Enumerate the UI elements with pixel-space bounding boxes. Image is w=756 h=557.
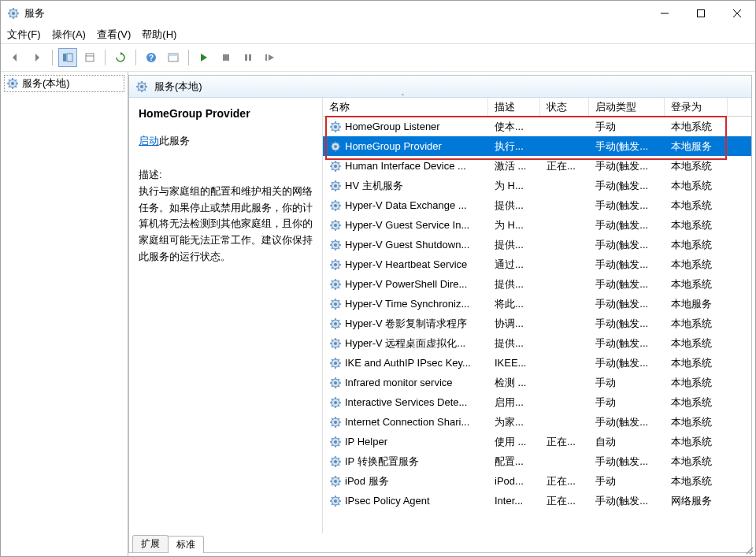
cell-status: 正在... [540, 159, 589, 173]
cell-name: Hyper-V Time Synchroniz... [323, 298, 488, 310]
service-icon [329, 396, 342, 409]
service-rows[interactable]: HomeGroup Listener使本...手动本地系统HomeGroup P… [323, 117, 751, 533]
cell-name: IKE and AuthIP IPsec Key... [323, 357, 488, 369]
cell-desc: 激活 ... [488, 159, 540, 173]
service-row[interactable]: Interactive Services Dete...启用...手动本地系统 [323, 392, 751, 412]
cell-name: Infrared monitor service [323, 377, 488, 389]
service-row[interactable]: Infrared monitor service检测 ...手动本地系统 [323, 373, 751, 392]
minimize-button[interactable] [647, 1, 683, 26]
description-text: 执行与家庭组的配置和维护相关的网络任务。如果停止或禁用此服务，你的计算机将无法检… [139, 184, 313, 266]
cell-name: iPod 服务 [323, 474, 488, 488]
service-icon [329, 357, 342, 369]
col-name[interactable]: 名称 [323, 98, 488, 116]
cell-startup: 手动(触发... [589, 356, 665, 370]
service-row[interactable]: HomeGroup Listener使本...手动本地系统 [323, 117, 751, 136]
cell-name: Hyper-V 卷影复制请求程序 [323, 317, 488, 331]
svg-text:?: ? [149, 54, 154, 62]
svg-rect-12 [249, 54, 251, 61]
cell-name: Internet Connection Shari... [323, 416, 488, 429]
maximize-button[interactable] [683, 1, 719, 26]
cell-name: IPsec Policy Agent [323, 495, 488, 507]
cell-desc: 为家... [488, 415, 540, 429]
service-icon [329, 121, 342, 133]
cell-name: Hyper-V Guest Service In... [323, 219, 488, 232]
cell-startup: 手动 [589, 376, 665, 390]
cell-status: 正在... [540, 435, 589, 449]
help-button[interactable]: ? [142, 48, 161, 67]
service-row[interactable]: HomeGroup Provider执行...手动(触发...本地服务 [323, 136, 751, 156]
tab-extended[interactable]: 扩展 [132, 535, 169, 552]
service-icon [329, 140, 342, 153]
cell-logon: 本地系统 [665, 395, 728, 410]
back-button[interactable] [6, 48, 24, 67]
nav-root-label: 服务(本地) [22, 76, 70, 91]
toolbar: ? [1, 43, 755, 72]
cell-name: Hyper-V Heartbeat Service [323, 258, 488, 271]
col-logon[interactable]: 登录为 [665, 98, 728, 116]
col-status[interactable]: 状态 [540, 98, 589, 116]
service-icon [329, 455, 342, 468]
resize-grip-icon[interactable] [742, 543, 754, 555]
cell-name: IP Helper [323, 436, 488, 448]
pause-service-button[interactable] [239, 48, 258, 67]
service-row[interactable]: Human Interface Device ...激活 ...正在...手动(… [323, 156, 751, 176]
sort-indicator-icon: ˆ [402, 93, 404, 101]
service-icon [329, 416, 342, 429]
start-suffix: 此服务 [159, 135, 190, 147]
restart-service-button[interactable] [261, 48, 280, 67]
col-desc[interactable]: 描述 [488, 98, 540, 116]
view-tabs: 扩展 标准 [129, 533, 751, 552]
service-row[interactable]: iPod 服务iPod...正在...手动本地系统 [323, 471, 751, 491]
refresh-button[interactable] [111, 48, 130, 67]
service-row[interactable]: IKE and AuthIP IPsec Key...IKEE...手动(触发.… [323, 353, 751, 373]
cell-logon: 本地系统 [665, 120, 728, 134]
services-window: 服务 文件(F) 操作(A) 查看(V) 帮助(H) ? 服务(本地) [0, 0, 756, 557]
service-row[interactable]: IP Helper使用 ...正在...自动本地系统 [323, 432, 751, 451]
show-hide-tree-button[interactable] [58, 48, 77, 67]
close-button[interactable] [719, 1, 755, 26]
service-row[interactable]: Hyper-V Guest Service In...为 H...手动(触发..… [323, 215, 751, 235]
export-button[interactable] [80, 48, 99, 67]
start-link[interactable]: 启动 [139, 135, 159, 147]
separator [188, 50, 189, 65]
service-icon [329, 258, 342, 271]
cell-desc: 为 H... [488, 218, 540, 232]
service-row[interactable]: Hyper-V PowerShell Dire...提供...手动(触发...本… [323, 274, 751, 294]
cell-startup: 手动(触发... [589, 455, 665, 469]
forward-button[interactable] [28, 48, 46, 67]
start-service-button[interactable] [195, 48, 213, 67]
services-list: ˆ 名称 描述 状态 启动类型 登录为 HomeGroup Listener使本… [322, 98, 751, 533]
tab-standard[interactable]: 标准 [168, 536, 204, 553]
menu-action[interactable]: 操作(A) [52, 28, 86, 42]
cell-startup: 手动(触发... [589, 218, 665, 232]
service-icon [329, 495, 342, 507]
service-row[interactable]: IP 转换配置服务配置...手动(触发...本地系统 [323, 451, 751, 471]
service-row[interactable]: HV 主机服务为 H...手动(触发...本地系统 [323, 176, 751, 195]
stop-service-button[interactable] [217, 48, 235, 67]
separator [105, 50, 106, 65]
svg-rect-5 [86, 54, 94, 61]
titlebar[interactable]: 服务 [1, 1, 755, 26]
window-title: 服务 [7, 6, 647, 20]
menu-help[interactable]: 帮助(H) [142, 28, 176, 42]
menu-view[interactable]: 查看(V) [97, 28, 131, 42]
nav-tree[interactable]: 服务(本地) [1, 72, 128, 556]
cell-desc: iPod... [488, 475, 540, 487]
service-row[interactable]: Hyper-V Heartbeat Service通过...手动(触发...本地… [323, 254, 751, 274]
service-row[interactable]: Hyper-V Data Exchange ...提供...手动(触发...本地… [323, 195, 751, 215]
menu-file[interactable]: 文件(F) [7, 28, 41, 42]
main-body: 服务(本地) 服务(本地) HomeGroup Provider 启动此服务 描… [1, 72, 755, 556]
properties-button[interactable] [164, 48, 183, 67]
service-row[interactable]: Hyper-V Guest Shutdown...提供...手动(触发...本地… [323, 235, 751, 254]
col-startup[interactable]: 启动类型 [589, 98, 665, 116]
nav-root-item[interactable]: 服务(本地) [4, 75, 124, 92]
cell-logon: 本地服务 [665, 139, 728, 154]
content-body: HomeGroup Provider 启动此服务 描述: 执行与家庭组的配置和维… [129, 98, 751, 533]
service-row[interactable]: IPsec Policy AgentInter...正在...手动(触发...网… [323, 491, 751, 511]
service-row[interactable]: Hyper-V 卷影复制请求程序协调...手动(触发...本地系统 [323, 314, 751, 333]
service-row[interactable]: Hyper-V 远程桌面虚拟化...提供...手动(触发...本地系统 [323, 333, 751, 353]
service-row[interactable]: Internet Connection Shari...为家...手动(触发..… [323, 412, 751, 432]
service-row[interactable]: Hyper-V Time Synchroniz...将此...手动(触发...本… [323, 294, 751, 314]
cell-startup: 手动(触发... [589, 238, 665, 252]
service-icon [329, 160, 342, 173]
